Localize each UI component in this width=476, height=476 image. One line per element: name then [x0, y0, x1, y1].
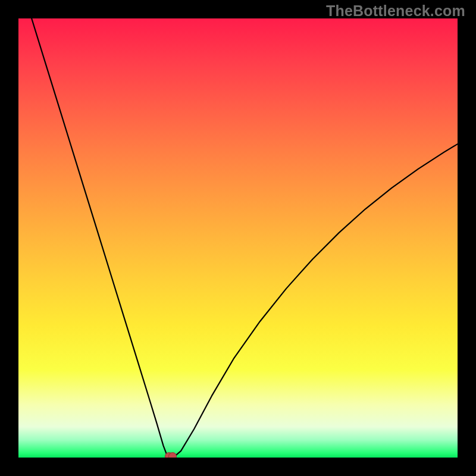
- watermark-text: TheBottleneck.com: [326, 2, 465, 20]
- chart-frame: [18, 18, 458, 458]
- chart-marker: [168, 452, 177, 458]
- chart-markers-layer: [18, 18, 458, 458]
